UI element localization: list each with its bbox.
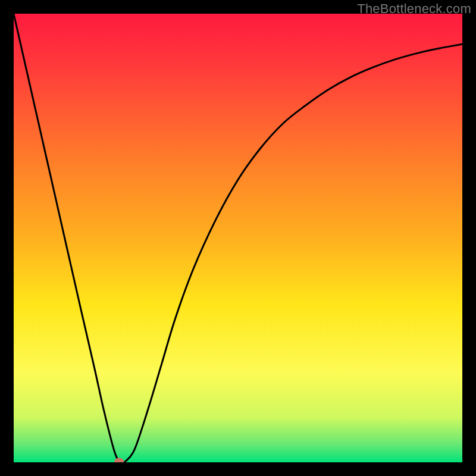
chart-frame: TheBottleneck.com xyxy=(0,0,476,476)
plot-area xyxy=(14,14,462,462)
chart-svg xyxy=(14,14,462,462)
watermark-text: TheBottleneck.com xyxy=(357,1,471,17)
gradient-background xyxy=(14,14,462,462)
